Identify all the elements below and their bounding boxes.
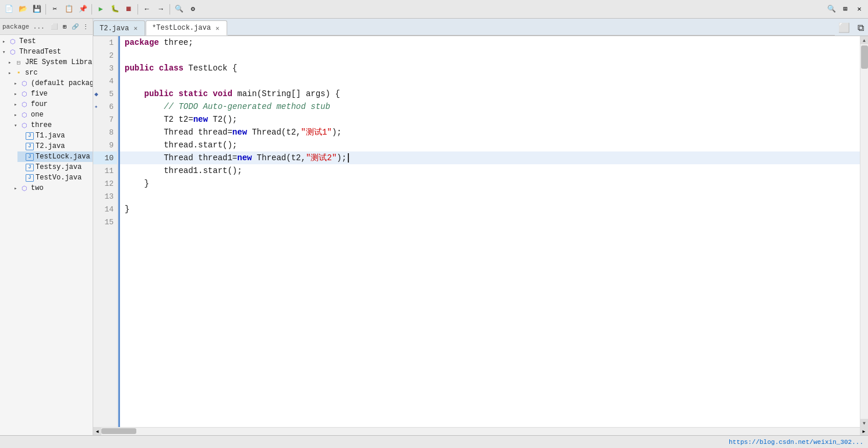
tab-close-testlockjava[interactable]: ✕ <box>214 24 221 32</box>
scrollbar-down-arrow[interactable]: ▼ <box>860 419 869 427</box>
toolbar-btn-close-toolbar[interactable]: ✕ <box>853 3 866 16</box>
token-11-1: thread1.start(); <box>125 166 242 175</box>
sidebar-item-three[interactable]: ▾ ⬡ three <box>12 120 93 130</box>
bottom-scrollbar[interactable]: ◀ ▶ <box>93 427 868 435</box>
sep2 <box>91 4 92 15</box>
toolbar-btn-settings[interactable]: ⚙ <box>186 3 199 16</box>
java-icon-testlockjava: J <box>26 153 34 161</box>
annotation-6: ✦ <box>94 103 98 110</box>
token-3-4: TestLock { <box>184 64 237 73</box>
line-num-11: 11 <box>93 164 117 177</box>
toolbar-btn-minimize[interactable]: 🔍 <box>825 3 838 16</box>
token-7-1: T2 t2= <box>125 115 193 124</box>
sidebar-item-testvajava[interactable]: J TestVo.java <box>17 172 93 183</box>
tree-label-testsyjava: Testsy.java <box>36 163 82 171</box>
token-5-6: main(String[] args) { <box>232 89 340 98</box>
line-num-15: 15 <box>93 216 117 228</box>
scrollbar-up-arrow[interactable]: ▲ <box>860 36 869 44</box>
sidebar-btn-menu[interactable]: ⋮ <box>81 22 90 31</box>
sidebar-item-t2java[interactable]: J T2.java <box>17 141 93 151</box>
sidebar-item-defaultpkg[interactable]: ▸ ⬡ (default package <box>12 78 93 89</box>
toolbar-btn-forward[interactable]: → <box>154 3 167 16</box>
scroll-left-arrow[interactable]: ◀ <box>93 428 101 436</box>
h-scroll-thumb[interactable] <box>101 428 136 434</box>
tree-label-one: one <box>31 111 44 119</box>
toolbar-btn-open[interactable]: 📂 <box>16 3 29 16</box>
tab-t2java[interactable]: T2.java ✕ <box>93 20 145 36</box>
toolbar-btn-search[interactable]: 🔍 <box>172 3 185 16</box>
sidebar-btn-expand[interactable]: ⊞ <box>60 22 69 31</box>
toolbar-btn-grid[interactable]: ⊞ <box>839 3 852 16</box>
sidebar-header: package ... ⬜ ⊞ 🔗 ⋮ <box>0 19 93 35</box>
toolbar-btn-back[interactable]: ← <box>140 3 153 16</box>
code-area[interactable]: package three; public class TestLock { p… <box>120 36 860 427</box>
scrollbar-track[interactable] <box>860 44 868 419</box>
token-1-2: three; <box>159 38 193 47</box>
line-num-8: 8 <box>93 126 117 139</box>
code-line-11: thread1.start(); <box>120 164 860 177</box>
main-layout: package ... ⬜ ⊞ 🔗 ⋮ ▸ ⬡ Test ▾ ⬡ ThreadT… <box>0 19 868 435</box>
toolbar-btn-stop[interactable]: ⏹ <box>122 3 135 16</box>
sep3 <box>137 4 138 15</box>
tab-restore[interactable]: ⧉ <box>854 20 867 36</box>
token-10-1: Thread thread1= <box>125 153 237 163</box>
token-8-5: ); <box>332 128 342 137</box>
sidebar-btn-link[interactable]: 🔗 <box>70 22 80 31</box>
sidebar-item-t1java[interactable]: J T1.java <box>17 130 93 141</box>
code-line-1: package three; <box>120 36 860 49</box>
line-numbers: 1 2 3 4 ◆5 ✦6 7 8 9 10 11 12 13 14 15 <box>93 36 118 427</box>
token-10-2: new <box>237 153 252 163</box>
sidebar-item-four[interactable]: ▸ ⬡ four <box>12 99 93 110</box>
toolbar: 📄 📂 💾 ✂ 📋 📌 ▶ 🐛 ⏹ ← → 🔍 ⚙ 🔍 ⊞ ✕ <box>0 0 868 19</box>
scrollbar-thumb[interactable] <box>861 45 868 69</box>
sidebar-item-jre[interactable]: ▸ ⊟ JRE System Library <box>6 57 93 68</box>
toolbar-btn-copy[interactable]: 📋 <box>62 3 75 16</box>
toolbar-btn-paste[interactable]: 📌 <box>76 3 89 16</box>
sidebar-btn-collapse[interactable]: ⬜ <box>50 22 59 31</box>
token-14-1: } <box>125 204 129 214</box>
tab-close-t2java[interactable]: ✕ <box>132 24 139 32</box>
sidebar-item-test[interactable]: ▸ ⬡ Test <box>0 36 93 47</box>
code-line-4 <box>120 75 860 87</box>
toolbar-btn-save[interactable]: 💾 <box>30 3 43 16</box>
sidebar-item-one[interactable]: ▸ ⬡ one <box>12 110 93 120</box>
right-scrollbar[interactable]: ▲ ▼ <box>860 36 868 427</box>
sidebar-tree: ▸ ⬡ Test ▾ ⬡ ThreadTest ▸ ⊟ JRE System L… <box>0 35 93 435</box>
tab-testlockjava[interactable]: *TestLock.java ✕ <box>146 20 227 36</box>
tree-arrow-jre: ▸ <box>8 59 14 66</box>
line-num-7: 7 <box>93 113 117 126</box>
line-num-4: 4 <box>93 75 117 87</box>
package-icon-five: ⬡ <box>20 90 29 98</box>
sidebar-item-threadtest[interactable]: ▾ ⬡ ThreadTest <box>0 47 93 57</box>
code-line-7: T2 t2=new T2(); <box>120 113 860 126</box>
toolbar-btn-new[interactable]: 📄 <box>2 3 15 16</box>
toolbar-btn-run[interactable]: ▶ <box>94 3 107 16</box>
java-icon-testvajava: J <box>26 174 34 182</box>
tree-arrow-threadtest: ▾ <box>2 49 8 55</box>
editor-container: 1 2 3 4 ◆5 ✦6 7 8 9 10 11 12 13 14 15 <box>93 36 868 427</box>
token-7-3: T2(); <box>208 115 237 124</box>
sidebar-item-testlockjava[interactable]: J TestLock.java <box>17 151 93 162</box>
content-area: T2.java ✕ *TestLock.java ✕ ⬜ ⧉ 1 2 3 4 ◆… <box>93 19 868 435</box>
token-7-2: new <box>193 115 208 124</box>
toolbar-btn-debug[interactable]: 🐛 <box>108 3 121 16</box>
code-line-5: public static void main(String[] args) { <box>120 87 860 100</box>
h-scroll-track[interactable] <box>101 428 860 435</box>
toolbar-btn-cut[interactable]: ✂ <box>48 3 61 16</box>
tree-label-four: four <box>31 100 48 108</box>
tree-arrow-four: ▸ <box>14 101 20 108</box>
tree-arrow-two: ▸ <box>14 185 20 192</box>
tab-maximize[interactable]: ⬜ <box>835 20 853 36</box>
sidebar-item-src[interactable]: ▸ ▪ src <box>6 68 93 78</box>
token-10-5: ); <box>337 153 347 163</box>
sidebar-item-five[interactable]: ▸ ⬡ five <box>12 89 93 99</box>
sidebar-item-testsyjava[interactable]: J Testsy.java <box>17 162 93 172</box>
tree-arrow-one: ▸ <box>14 112 20 118</box>
code-line-9: thread.start(); <box>120 139 860 151</box>
scroll-right-arrow[interactable]: ▶ <box>860 428 868 436</box>
code-line-12: } <box>120 177 860 190</box>
sidebar-item-two[interactable]: ▸ ⬡ two <box>12 183 93 193</box>
tree-label-testlockjava: TestLock.java <box>36 153 90 161</box>
token-5-2 <box>174 89 178 98</box>
line-num-10: 10 <box>93 151 117 164</box>
